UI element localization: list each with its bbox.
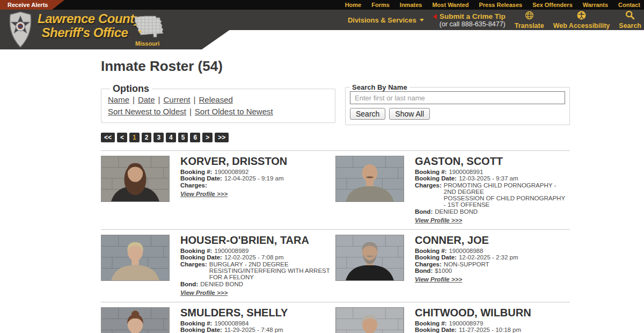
page-title: Inmate Roster (54) [101,58,570,75]
options-legend: Options [110,83,152,95]
inmate-photo[interactable] [101,235,170,281]
filter-link-date[interactable]: Date [138,95,155,104]
roster-row: HOUSER-O'BRIEN, TARABooking #:1900008989… [101,229,570,302]
show-all-button[interactable]: Show All [389,108,430,120]
main-content: Inmate Roster (54) Options Name|Date|Cur… [101,58,570,333]
search-input[interactable] [350,91,565,104]
inmate-photo[interactable] [335,307,404,333]
top-nav: HomeFormsInmatesMost WantedPress Release… [345,0,640,10]
view-profile-link[interactable]: View Profile >>> [180,289,228,296]
bond-value: DENIED BOND [435,208,478,215]
pagination-last[interactable]: >> [215,133,229,142]
booking-date-label: Booking Date: [415,254,457,260]
web-accessibility-label: Web Accessibility [553,22,610,30]
inmate-booking-number-line: Booking #:1900008991 [415,169,566,175]
charges-list: PROMOTING CHILD PORNOGRAPHY - 2ND DEGREE… [444,182,566,208]
inmate-info: GASTON, SCOTTBooking #:1900008991Booking… [415,156,566,225]
filter-link-released[interactable]: Released [199,95,232,104]
booking-number-label: Booking #: [180,320,212,327]
submit-crime-tip-link[interactable]: Submit a Crime Tip (or call 888-635-8477… [433,12,506,28]
pagination-page-5[interactable]: 5 [178,133,188,142]
booking-number-label: Booking #: [415,248,447,254]
inmate-photo[interactable] [335,156,404,202]
bond-label: Bond: [415,267,433,274]
booking-number-label: Booking #: [415,169,447,175]
missouri-label: Missouri [135,40,159,47]
pagination-first[interactable]: << [101,133,115,142]
crime-tip-label: Submit a Crime Tip [440,12,506,20]
pagination-page-4[interactable]: 4 [166,133,176,142]
globe-icon [525,11,534,21]
sort-link-sort-oldest-to-newest[interactable]: Sort Oldest to Newest [195,107,273,116]
view-profile-link[interactable]: View Profile >>> [180,191,228,197]
filter-link-name[interactable]: Name [108,95,129,104]
top-nav-link-sex-offenders[interactable]: Sex Offenders [532,2,573,8]
translate-button[interactable]: Translate [515,11,544,30]
inmate-card: GASTON, SCOTTBooking #:1900008991Booking… [335,156,570,225]
inmate-bond-line: Bond:DENIED BOND [415,208,566,215]
top-nav-link-most-wanted[interactable]: Most Wanted [432,2,469,8]
booking-number-value: 1900008988 [449,248,483,254]
booking-date-label: Booking Date: [180,175,222,182]
inmate-card: CHITWOOD, WILBURNBooking #:1900008979Boo… [335,307,570,333]
receive-alerts-banner[interactable]: Receive Alerts [0,0,64,10]
inmate-booking-date-line: Booking Date:12-04-2025 - 9:19 am [180,175,287,182]
top-nav-link-forms[interactable]: Forms [371,2,390,8]
inmate-photo[interactable] [335,235,404,281]
sort-link-sort-newest-to-oldest[interactable]: Sort Newest to Oldest [108,107,186,116]
site-title-line1: Lawrence County [38,12,132,26]
search-icon [625,10,635,21]
search-button[interactable]: Search [350,108,385,120]
header-search-button[interactable]: Search [619,10,641,30]
header-actions: Divisions & Services Submit a Crime Tip … [348,10,641,30]
top-nav-link-warrants[interactable]: Warrants [583,2,608,8]
inmate-bond-line: Bond:DENIED BOND [180,281,332,287]
divisions-services-menu[interactable]: Divisions & Services [348,16,424,24]
pagination-page-2[interactable]: 2 [142,133,152,142]
inmate-bond-line: Bond:$1000 [415,267,518,274]
separator: | [158,95,160,104]
bond-value: DENIED BOND [200,281,243,287]
inmate-photo[interactable] [101,307,170,333]
inmate-booking-date-line: Booking Date:12-03-2025 - 9:37 am [415,175,566,182]
top-nav-link-home[interactable]: Home [345,2,362,8]
charges-label: Charges: [180,261,207,281]
pagination-prev[interactable]: < [117,133,127,142]
view-profile-link[interactable]: View Profile >>> [415,276,462,283]
booking-number-label: Booking #: [180,169,212,175]
pagination-page-3[interactable]: 3 [153,133,164,142]
charges-label: Charges: [415,182,442,208]
inmate-info: CONNER, JOEBooking #:1900008988Booking D… [415,235,518,297]
sheriff-badge-icon [7,11,34,48]
header-search-label: Search [619,22,641,30]
top-nav-link-inmates[interactable]: Inmates [400,2,422,8]
divisions-services-label: Divisions & Services [348,16,416,24]
site-header: Lawrence County Sheriff's Office Missour… [0,10,644,51]
inmate-info: SMULDERS, SHELLYBooking #:1900008984Book… [180,307,332,333]
inmate-name: GASTON, SCOTT [415,156,566,167]
pagination-page-6[interactable]: 6 [190,133,200,142]
accessibility-icon [577,11,586,21]
top-nav-link-press-releases[interactable]: Press Releases [479,2,522,8]
pagination-next[interactable]: > [202,133,213,142]
site-title: Lawrence County Sheriff's Office [38,12,132,40]
filter-link-current[interactable]: Current [164,95,191,104]
inmate-name: CONNER, JOE [415,235,518,246]
pagination-page-1[interactable]: 1 [129,133,140,142]
inmate-roster: KORVER, DRISSTONBooking #:1900008992Book… [101,150,570,333]
booking-number-value: 1900008979 [449,320,483,327]
booking-date-label: Booking Date: [415,327,457,333]
inmate-name: CHITWOOD, WILBURN [415,307,566,318]
inmate-booking-date-line: Booking Date:11-27-2025 - 10:18 pm [415,327,566,333]
bond-label: Bond: [415,208,433,215]
view-profile-link[interactable]: View Profile >>> [415,217,462,223]
inmate-info: CHITWOOD, WILBURNBooking #:1900008979Boo… [415,307,566,333]
inmate-charges-line: Charges:PROMOTING CHILD PORNOGRAPHY - 2N… [415,182,566,208]
charge-item: BURGLARY - 2ND DEGREE [209,261,332,267]
inmate-card: SMULDERS, SHELLYBooking #:1900008984Book… [101,307,335,333]
top-nav-link-contact[interactable]: Contact [618,2,640,8]
booking-date-label: Booking Date: [180,327,222,333]
inmate-photo[interactable] [101,156,170,202]
receive-alerts-label: Receive Alerts [8,2,48,8]
web-accessibility-button[interactable]: Web Accessibility [553,11,610,30]
